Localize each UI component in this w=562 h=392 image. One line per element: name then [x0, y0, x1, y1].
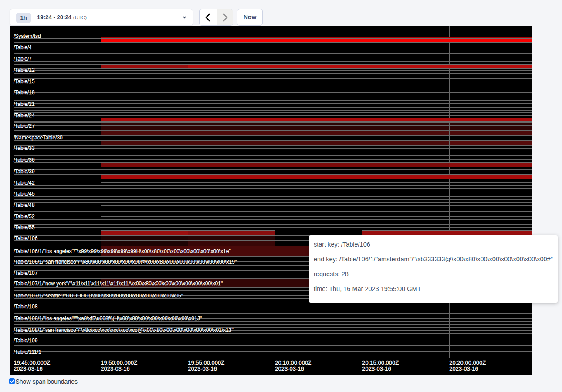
- svg-text:/Table/106: /Table/106: [14, 235, 38, 241]
- svg-text:/Table/45: /Table/45: [14, 191, 35, 197]
- svg-text:2023-03-16: 2023-03-16: [14, 365, 43, 372]
- svg-text:/Table/108/1/"los angeles"/"\x: /Table/108/1/"los angeles"/"\xa8\xf5\u00…: [14, 315, 202, 321]
- svg-text:/Table/7: /Table/7: [14, 56, 32, 62]
- svg-text:/Table/106/1/"san francisco"/": /Table/106/1/"san francisco"/"\x80\x00\x…: [14, 259, 237, 265]
- svg-text:/Table/4: /Table/4: [14, 44, 32, 51]
- svg-text:/Table/15: /Table/15: [14, 78, 35, 84]
- svg-text:/Table/107: /Table/107: [14, 270, 38, 276]
- svg-text:/Table/111/1: /Table/111/1: [14, 349, 41, 355]
- svg-text:/Table/39: /Table/39: [14, 169, 35, 175]
- svg-text:/Table/55: /Table/55: [14, 224, 35, 230]
- svg-text:/Table/108: /Table/108: [14, 304, 38, 310]
- svg-text:/Table/12: /Table/12: [14, 67, 35, 73]
- svg-text:/Table/48: /Table/48: [14, 202, 35, 208]
- svg-text:/Table/52: /Table/52: [14, 213, 35, 220]
- svg-text:/Table/107/1/"new york"/"\x11\: /Table/107/1/"new york"/"\x11\x11\x11\x1…: [14, 280, 223, 287]
- svg-text:/Table/42: /Table/42: [14, 180, 35, 186]
- svg-text:/Table/27: /Table/27: [14, 123, 35, 129]
- svg-text:2023-03-16: 2023-03-16: [275, 365, 304, 372]
- svg-text:/Table/33: /Table/33: [14, 145, 35, 151]
- svg-text:2023-03-16: 2023-03-16: [449, 365, 478, 372]
- svg-text:/Table/18: /Table/18: [14, 89, 35, 95]
- svg-text:/Table/109: /Table/109: [14, 338, 38, 344]
- svg-text:/Table/108/1/"san francisco"/": /Table/108/1/"san francisco"/"\x8c\xcc\x…: [14, 327, 234, 333]
- svg-text:2023-03-16: 2023-03-16: [362, 365, 391, 372]
- svg-text:/Table/36: /Table/36: [14, 157, 35, 163]
- svg-text:/Table/106/1/"los angeles"/"\x: /Table/106/1/"los angeles"/"\x99\x99\x99…: [14, 248, 231, 254]
- svg-text:/NamespaceTable/30: /NamespaceTable/30: [14, 135, 63, 141]
- svg-text:/Table/21: /Table/21: [14, 101, 35, 107]
- svg-text:2023-03-16: 2023-03-16: [188, 365, 217, 372]
- svg-text:/Table/24: /Table/24: [14, 112, 35, 118]
- svg-text:2023-03-16: 2023-03-16: [101, 365, 129, 372]
- svg-text:/Table/107/1/"seattle"/"UUUUUU: /Table/107/1/"seattle"/"UUUUUUD\x00\x80\…: [14, 293, 183, 299]
- svg-text:/System/tsd: /System/tsd: [14, 33, 41, 39]
